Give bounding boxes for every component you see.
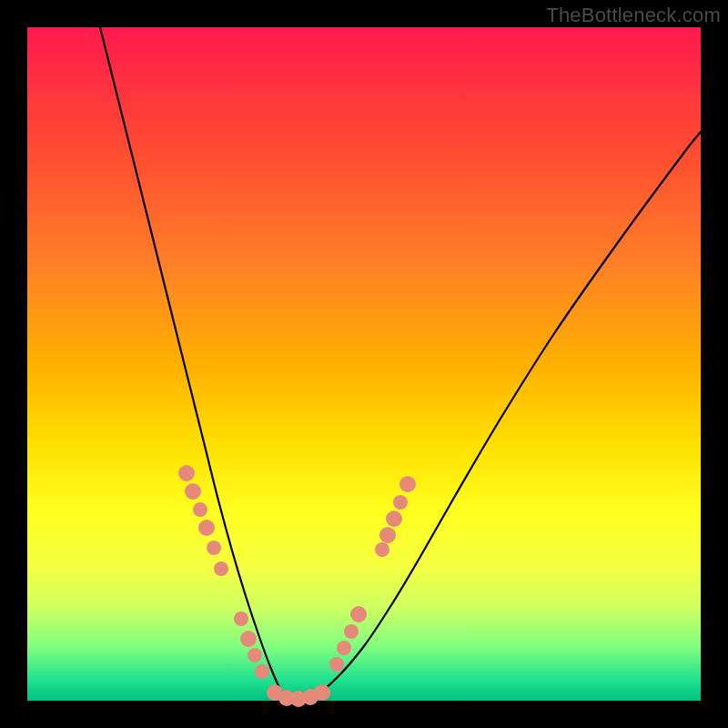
curve-marker <box>248 648 262 662</box>
chart-svg <box>27 27 701 701</box>
curve-marker <box>185 483 201 500</box>
curve-marker <box>234 612 248 626</box>
curve-marker <box>240 631 257 647</box>
curve-marker <box>393 495 408 510</box>
bottleneck-curve <box>100 27 701 699</box>
curve-marker <box>386 511 402 527</box>
curve-marker <box>314 684 330 701</box>
curve-marker <box>350 606 367 622</box>
curve-marker <box>193 502 207 517</box>
curve-marker <box>214 561 228 576</box>
chart-frame: TheBottleneck.com <box>0 0 728 728</box>
curve-marker <box>344 624 359 639</box>
curve-marker <box>329 657 344 672</box>
curve-marker <box>198 520 215 536</box>
curve-marker <box>207 541 221 555</box>
watermark-text: TheBottleneck.com <box>546 4 721 27</box>
curve-marker <box>379 527 396 543</box>
curve-marker <box>375 542 389 557</box>
curve-marker <box>337 641 351 655</box>
curve-marker <box>178 465 195 481</box>
curve-marker <box>255 664 269 679</box>
curve-markers <box>178 465 416 707</box>
curve-marker <box>399 476 416 492</box>
